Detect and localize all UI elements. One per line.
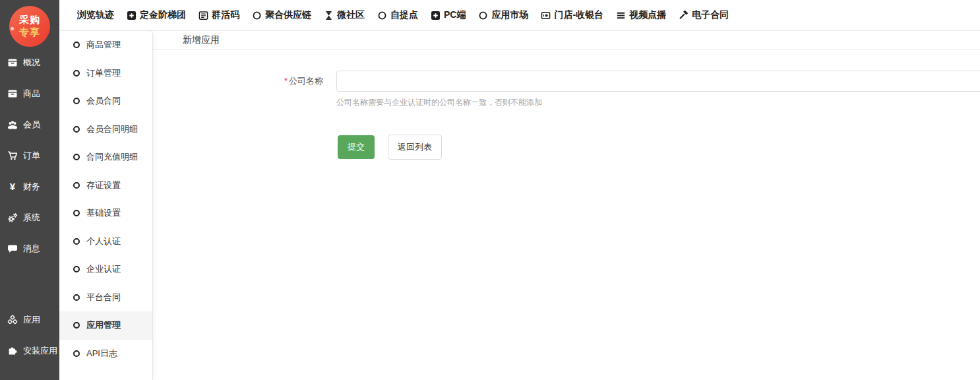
top-nav-label: 群活码: [212, 9, 239, 21]
top-nav-supply-chain[interactable]: 聚合供应链: [252, 9, 311, 21]
sidebar-item-label: 安装应用: [23, 345, 57, 357]
submenu-item-app-management[interactable]: 应用管理: [59, 311, 152, 340]
install-puzzle-icon: [7, 346, 18, 356]
sidebar-item-label: 会员: [23, 119, 40, 131]
submenu-item-api-log[interactable]: API日志: [59, 340, 152, 368]
radio-circle-icon: [73, 322, 80, 329]
sidebar-item-orders[interactable]: 订单: [0, 140, 59, 171]
main-content: 新增应用 *公司名称 公司名称需要与企业认证时的公司名称一致，否则不能添加 提交…: [153, 31, 980, 380]
submenu-item-label: 订单管理: [86, 67, 121, 79]
sidebar-item-label: 概况: [23, 57, 40, 69]
sidebar-item-label: 财务: [23, 181, 40, 193]
radio-circle-icon: [73, 98, 80, 104]
submenu-panel: 商品管理 订单管理 会员合同 会员合同明细 合同充值明细 存证设置 基础设置 个…: [59, 31, 153, 380]
logo-spark-dot: [11, 27, 14, 30]
company-name-helper-text: 公司名称需要与企业认证时的公司名称一致，否则不能添加: [336, 97, 980, 108]
submenu-item-label: 合同充值明细: [86, 151, 138, 163]
goods-box-icon: [7, 88, 18, 99]
top-nav-label: 浏览轨迹: [77, 9, 114, 21]
radio-circle-icon: [73, 70, 80, 77]
logo-text-line2: 专享: [19, 26, 40, 39]
submenu-item-enterprise-auth[interactable]: 企业认证: [59, 255, 152, 284]
submenu-item-label: 商品管理: [86, 39, 121, 51]
sidebar-nav: 概况 商品 会员 订单 ¥ 财务 系统 消息 应用: [0, 47, 59, 380]
radio-circle-icon: [73, 182, 80, 189]
submenu-item-basic-settings[interactable]: 基础设置: [59, 199, 152, 228]
apps-cubes-icon: [7, 315, 18, 325]
top-nav-group-qr[interactable]: 群活码: [199, 9, 239, 21]
sidebar-item-stats[interactable]: 统计: [0, 375, 59, 380]
sidebar-item-install-apps[interactable]: 安装应用: [0, 335, 59, 366]
sidebar-item-members[interactable]: 会员: [0, 109, 59, 140]
top-nav-video-on-demand[interactable]: 视频点播: [616, 9, 666, 21]
submenu-item-label: 应用管理: [86, 319, 121, 331]
sidebar-item-goods[interactable]: 商品: [0, 78, 59, 109]
submenu-item-label: 会员合同: [86, 95, 121, 107]
submenu-item-deposit-settings[interactable]: 存证设置: [59, 172, 152, 200]
radio-circle-icon: [73, 154, 80, 160]
top-nav-label: 微社区: [337, 9, 365, 21]
company-name-label: *公司名称: [153, 71, 323, 92]
submenu-item-label: 会员合同明细: [86, 123, 138, 135]
circle-icon: [377, 11, 387, 20]
radio-circle-icon: [73, 350, 80, 357]
sidebar-item-finance[interactable]: ¥ 财务: [0, 171, 59, 202]
company-name-input[interactable]: [336, 71, 980, 92]
submenu-item-label: API日志: [86, 348, 117, 360]
content-header: 新增应用: [153, 31, 980, 50]
sidebar-item-apps[interactable]: 应用: [0, 304, 59, 335]
top-nav-label: 门店-收银台: [554, 9, 603, 21]
top-nav-store-cashier[interactable]: 门店-收银台: [541, 9, 603, 21]
top-nav-label: 应用市场: [491, 9, 528, 21]
top-nav-e-contract[interactable]: 电子合同: [679, 9, 729, 21]
submenu-item-label: 存证设置: [86, 179, 121, 191]
page-title-tab[interactable]: 新增应用: [183, 34, 220, 46]
finance-yen-icon: ¥: [7, 181, 18, 192]
sidebar-item-messages[interactable]: 消息: [0, 233, 59, 264]
radio-circle-icon: [73, 42, 80, 48]
sidebar-item-label: 系统: [23, 212, 40, 224]
top-nav-label: 视频点播: [629, 9, 666, 21]
top-nav-label: 自提点: [390, 9, 418, 21]
top-nav-label: PC端: [444, 9, 466, 21]
top-nav-pickup-point[interactable]: 自提点: [377, 9, 418, 21]
top-nav-app-market[interactable]: 应用市场: [478, 9, 528, 21]
top-nav-pc-side[interactable]: PC端: [431, 9, 466, 21]
sidebar-item-label: 应用: [23, 314, 40, 326]
submenu-item-label: 平台合同: [86, 292, 121, 303]
submenu-item-goods-management[interactable]: 商品管理: [59, 31, 152, 59]
overview-box-icon: [7, 57, 18, 68]
circle-icon: [252, 11, 262, 20]
submenu-item-member-contract[interactable]: 会员合同: [59, 87, 152, 115]
submenu-item-label: 个人认证: [86, 236, 121, 247]
app-logo[interactable]: 采购 专享: [9, 6, 50, 47]
required-asterisk: *: [284, 76, 288, 86]
submenu-item-platform-contract[interactable]: 平台合同: [59, 284, 152, 312]
radio-circle-icon: [73, 210, 80, 216]
lined-square-icon: [199, 11, 208, 20]
top-nav-browse-track[interactable]: 浏览轨迹: [77, 9, 114, 21]
back-to-list-button[interactable]: 返回列表: [388, 135, 442, 160]
top-nav-micro-community[interactable]: 微社区: [324, 9, 365, 21]
submit-button[interactable]: 提交: [338, 135, 375, 159]
top-nav-deposit-ladder-group[interactable]: 定金阶梯团: [127, 9, 186, 21]
message-bubble-icon: [7, 243, 18, 254]
plus-square-icon: [431, 11, 441, 20]
submenu-item-order-management[interactable]: 订单管理: [59, 59, 152, 88]
submenu-item-personal-auth[interactable]: 个人认证: [59, 228, 152, 256]
top-nav: 浏览轨迹 定金阶梯团 群活码 聚合供应链 微社区 自提点 PC端 应用市场 门店…: [59, 0, 980, 31]
top-nav-label: 电子合同: [692, 9, 729, 21]
submenu-item-contract-recharge-detail[interactable]: 合同充值明细: [59, 143, 152, 172]
sidebar-item-system[interactable]: 系统: [0, 202, 59, 233]
logo-text-line1: 采购: [19, 14, 40, 26]
gavel-icon: [679, 11, 689, 20]
main-sidebar: 采购 专享 概况 商品 会员 订单 ¥ 财务 系统 消息: [0, 0, 59, 380]
radio-circle-icon: [73, 238, 80, 245]
register-icon: [541, 11, 551, 20]
sidebar-item-label: 消息: [23, 243, 40, 255]
submenu-item-label: 基础设置: [86, 207, 121, 219]
radio-circle-icon: [73, 266, 80, 272]
form-buttons-row: 提交 返回列表: [338, 135, 980, 160]
submenu-item-member-contract-detail[interactable]: 会员合同明细: [59, 115, 152, 144]
sidebar-item-overview[interactable]: 概况: [0, 47, 59, 78]
